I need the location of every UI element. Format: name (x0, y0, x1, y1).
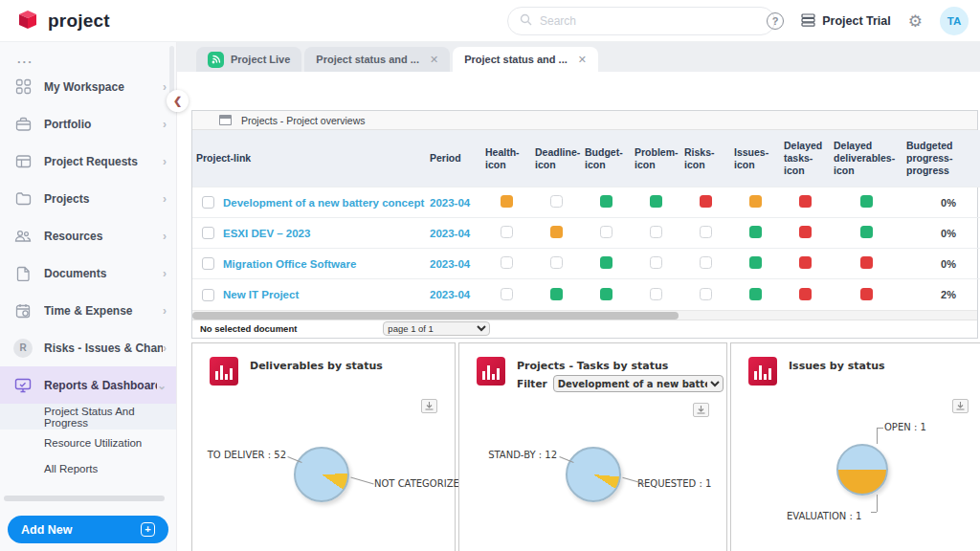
project-trial-button[interactable]: Project Trial (801, 13, 891, 30)
download-icon[interactable] (421, 399, 437, 413)
sidebar-item-project-requests[interactable]: Project Requests › (0, 143, 176, 180)
sidebar-subitem-project-status-and-progress[interactable]: Project Status And Progress (0, 404, 176, 430)
column-header-delayed-deliverables-icon[interactable]: Delayed deliverables-icon (830, 130, 902, 187)
column-header-risks-icon[interactable]: Risks-icon (680, 130, 730, 187)
table-row: Development of a new battery concept2023… (192, 187, 980, 218)
chart-title: Projects - Tasks by status (517, 357, 724, 372)
sidebar-item-label: Portfolio (44, 118, 163, 131)
column-header-period[interactable]: Period (426, 130, 481, 187)
column-header-deadline-icon[interactable]: Deadline-icon (531, 130, 581, 187)
status-deadline-icon-empty (550, 195, 563, 208)
folder-icon (13, 189, 33, 209)
sidebar-item-projects[interactable]: Projects › (0, 180, 176, 217)
status-delayed-deliverables-icon-green (860, 226, 873, 238)
status-delayed-deliverables-icon-red (860, 288, 873, 300)
period-value: 2023-04 (430, 289, 470, 300)
sidebar-item-documents[interactable]: Documents › (0, 254, 176, 292)
search-box[interactable] (507, 7, 775, 35)
column-header-problem-icon[interactable]: Problem-icon (631, 130, 680, 187)
status-issues-icon-orange (749, 195, 762, 208)
status-issues-icon-green (749, 256, 762, 269)
chart-panel-deliverables-by-status: Deliverables by status TO DELIVER : 52NO… (191, 342, 456, 551)
app-logo[interactable]: project (0, 7, 177, 35)
column-header-issues-icon[interactable]: Issues-icon (730, 130, 780, 187)
sidebar-collapse-button[interactable]: ❮ (167, 90, 189, 112)
filter-label: Filter (517, 378, 547, 389)
app-root: project ? Project Trial ⚙ TA ... My Work… (0, 0, 980, 551)
help-icon[interactable]: ? (767, 12, 784, 30)
pie-slice-label: TO DELIVER : 52 (202, 450, 286, 460)
budgeted-progress-value: 0% (941, 228, 956, 239)
status-issues-icon-green (749, 226, 762, 238)
sidebar-item-reports-dashboards-lib[interactable]: Reports & Dashboards Lib... ⌄ (0, 366, 176, 404)
add-new-button[interactable]: Add New + (8, 516, 168, 543)
search-input[interactable] (540, 14, 763, 28)
period-value: 2023-04 (430, 228, 470, 239)
row-checkbox[interactable] (202, 196, 214, 209)
row-checkbox[interactable] (202, 289, 214, 301)
column-header-project-link[interactable]: Project-link (192, 130, 426, 187)
status-risks-icon-empty (700, 256, 712, 269)
sidebar-overflow-dots[interactable]: ... (0, 42, 176, 68)
sidebar-item-resources[interactable]: Resources › (0, 217, 176, 254)
status-health-icon-orange (501, 195, 513, 208)
top-bar: project ? Project Trial ⚙ TA (0, 0, 980, 42)
status-delayed-deliverables-icon-red (860, 256, 873, 269)
tab-3-project-status-and[interactable]: Project status and ...✕ (453, 47, 598, 72)
sidebar-item-label: My Workspace (44, 80, 163, 94)
sidebar-subitem-all-reports[interactable]: All Reports (0, 455, 176, 481)
leader-line (350, 477, 373, 485)
user-avatar[interactable]: TA (940, 7, 969, 35)
tab-2-project-status-and[interactable]: Project status and ...✕ (304, 47, 450, 72)
chevron-right-icon: › (163, 118, 167, 131)
tab-1-project-live[interactable]: Project Live (196, 47, 301, 72)
status-budget-icon-green (600, 256, 612, 269)
sidebar-item-my-workspace[interactable]: My Workspace › (0, 68, 176, 105)
tab-label: Project Live (231, 54, 290, 65)
download-icon[interactable] (693, 403, 709, 417)
logo-cube-icon (15, 7, 40, 35)
project-link[interactable]: Migration Office Software (223, 258, 356, 270)
sidebar-item-label: Project Requests (44, 155, 163, 168)
calendar-icon (13, 301, 33, 320)
download-icon[interactable] (952, 399, 969, 413)
column-header-budget-icon[interactable]: Budget-icon (581, 130, 631, 187)
chevron-right-icon: › (163, 192, 167, 206)
sidebar-item-portfolio[interactable]: Portfolio › (0, 105, 176, 143)
budgeted-progress-value: 0% (941, 197, 956, 209)
status-health-icon-empty (501, 288, 513, 300)
page-select[interactable]: page 1 of 1 (383, 321, 490, 336)
tab-label: Project status and ... (464, 54, 568, 65)
sidebar-submenu: Project Status And ProgressResource Util… (0, 404, 176, 481)
scrollbar-thumb[interactable] (192, 312, 679, 320)
sidebar-item-risks-issues-change-re[interactable]: R Risks - Issues & Change Re... › (0, 329, 176, 366)
column-header-health-icon[interactable]: Health-icon (481, 130, 531, 187)
table-horizontal-scrollbar (192, 310, 977, 320)
sidebar-item-time-expense[interactable]: Time & Expense › (0, 292, 176, 329)
chart-title: Deliverables by status (250, 357, 383, 372)
sidebar-item-label: Risks - Issues & Change Re... (44, 342, 163, 355)
tab-close-icon[interactable]: ✕ (574, 54, 587, 66)
column-header-budgeted-progress-progress[interactable]: Budgeted progress-progress (902, 130, 980, 187)
project-link[interactable]: Development of a new battery concept (223, 197, 424, 209)
chevron-down-icon: ⌄ (157, 379, 167, 392)
chart-title: Issues by status (789, 357, 885, 372)
chart-filter-select[interactable]: Development of a new battery concept (553, 375, 724, 392)
settings-gear-icon[interactable]: ⚙ (908, 13, 923, 30)
tab-strip: Project LiveProject status and ...✕Proje… (177, 42, 980, 72)
status-deadline-icon-green (550, 288, 563, 300)
status-problem-icon-empty (650, 226, 662, 238)
grid-icon (13, 77, 33, 97)
table-row: Migration Office Software2023-040% (192, 249, 980, 279)
project-link[interactable]: ESXI DEV – 2023 (223, 228, 310, 239)
tab-close-icon[interactable]: ✕ (426, 54, 438, 66)
project-link[interactable]: New IT Project (223, 289, 299, 300)
row-checkbox[interactable] (202, 227, 214, 239)
projects-table-panel: Projects - Project overviews Project-lin… (191, 110, 978, 339)
pie-slice-label: REQUESTED : 1 (637, 478, 711, 489)
column-header-delayed-tasks-icon[interactable]: Delayed tasks-icon (780, 130, 830, 187)
monitor-icon (13, 376, 33, 395)
row-checkbox[interactable] (202, 257, 214, 270)
sidebar-horizontal-scrollbar[interactable] (4, 496, 165, 501)
sidebar-subitem-resource-utilization[interactable]: Resource Utilization (0, 430, 176, 455)
